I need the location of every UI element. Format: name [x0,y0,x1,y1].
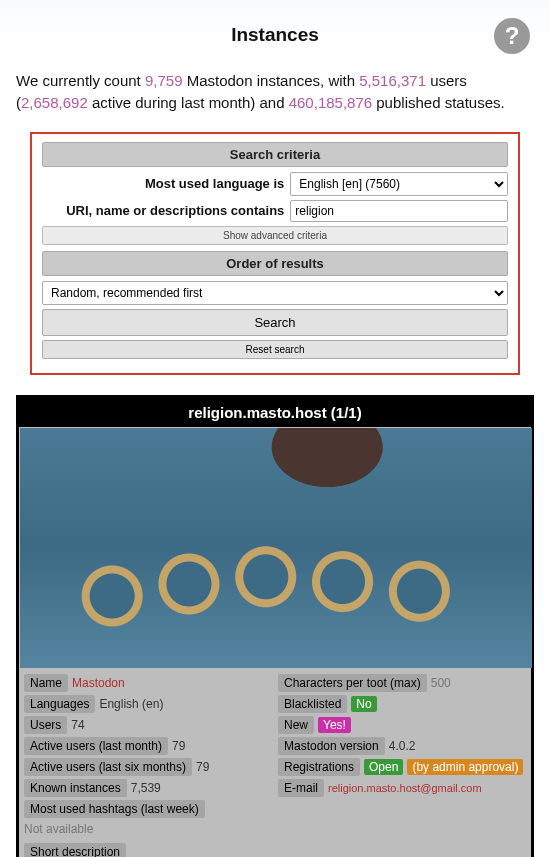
new-value: Yes! [318,717,351,733]
active-six-label: Active users (last six months) [24,758,192,776]
languages-label: Languages [24,695,95,713]
language-label: Most used language is [42,176,284,191]
active-month-value: 79 [172,739,185,753]
registrations-value: Open [364,759,403,775]
status-count: 460,185,876 [289,94,372,111]
instance-result-card: religion.masto.host (1/1) NameMastodon L… [16,395,534,858]
order-title: Order of results [42,251,508,276]
language-select[interactable]: English [en] (7560) [290,172,508,196]
page-title: Instances [16,24,534,46]
known-instances-label: Known instances [24,779,127,797]
email-label: E-mail [278,779,324,797]
email-value[interactable]: religion.masto.host@gmail.com [328,782,482,794]
hashtags-value: Not available [24,822,93,836]
hashtags-label: Most used hashtags (last week) [24,800,205,818]
users-value: 74 [71,718,84,732]
chars-label: Characters per toot (max) [278,674,427,692]
contains-label: URI, name or descriptions contains [42,203,284,218]
blacklisted-value: No [351,696,376,712]
active-user-count: 2,658,692 [21,94,88,111]
order-select[interactable]: Random, recommended first [42,281,508,305]
contains-input[interactable] [290,200,508,222]
registrations-label: Registrations [278,758,360,776]
search-button[interactable]: Search [42,309,508,336]
chars-value: 500 [431,676,451,690]
search-criteria-box: Search criteria Most used language is En… [30,132,520,375]
version-label: Mastodon version [278,737,385,755]
instance-title[interactable]: religion.masto.host (1/1) [19,398,531,427]
short-desc-label: Short description [24,843,126,858]
blacklisted-label: Blacklisted [278,695,347,713]
new-label: New [278,716,314,734]
active-six-value: 79 [196,760,209,774]
version-value: 4.0.2 [389,739,416,753]
search-criteria-title: Search criteria [42,142,508,167]
instance-count: 9,759 [145,72,183,89]
help-icon[interactable]: ? [494,18,530,54]
user-count: 5,516,371 [359,72,426,89]
users-label: Users [24,716,67,734]
name-value[interactable]: Mastodon [72,676,125,690]
registrations-extra: (by admin approval) [407,759,523,775]
intro-text: We currently count 9,759 Mastodon instan… [16,70,534,114]
languages-value: English (en) [99,697,163,711]
known-instances-value: 7,539 [131,781,161,795]
instance-thumbnail [20,428,532,668]
name-label: Name [24,674,68,692]
active-month-label: Active users (last month) [24,737,168,755]
reset-button[interactable]: Reset search [42,340,508,359]
show-advanced-link[interactable]: Show advanced criteria [42,226,508,245]
